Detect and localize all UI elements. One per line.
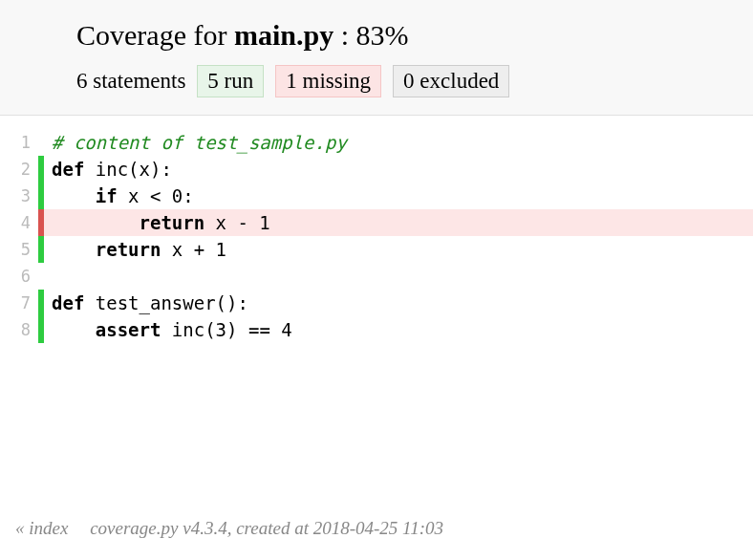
footer: « index coverage.py v4.3.4, created at 2… bbox=[15, 518, 443, 539]
source-text bbox=[44, 263, 753, 290]
footer-info: coverage.py v4.3.4, created at 2018-04-2… bbox=[90, 518, 443, 538]
code-line: 4 return x - 1 bbox=[0, 209, 753, 236]
source-text: return x - 1 bbox=[44, 209, 753, 236]
stats-row: 6 statements 5 run 1 missing 0 excluded bbox=[76, 65, 753, 97]
source-text: assert inc(3) == 4 bbox=[44, 316, 753, 343]
line-number: 6 bbox=[0, 263, 38, 290]
line-number: 1 bbox=[0, 129, 38, 156]
source-text: # content of test_sample.py bbox=[44, 129, 753, 156]
code-line: 8 assert inc(3) == 4 bbox=[0, 316, 753, 343]
filter-run-button[interactable]: 5 run bbox=[197, 65, 264, 97]
line-number: 7 bbox=[0, 290, 38, 316]
statements-count: 6 statements bbox=[76, 69, 185, 94]
title-prefix: Coverage for bbox=[76, 19, 234, 51]
line-number: 5 bbox=[0, 236, 38, 263]
code-line: 6 bbox=[0, 263, 753, 290]
code-line: 3 if x < 0: bbox=[0, 183, 753, 209]
filter-excluded-button[interactable]: 0 excluded bbox=[393, 65, 509, 97]
source-text: def test_answer(): bbox=[44, 290, 753, 316]
report-header: Coverage for main.py : 83% 6 statements … bbox=[0, 0, 753, 116]
code-line: 5 return x + 1 bbox=[0, 236, 753, 263]
source-code: 1# content of test_sample.py2def inc(x):… bbox=[0, 116, 753, 343]
code-line: 2def inc(x): bbox=[0, 156, 753, 183]
code-line: 1# content of test_sample.py bbox=[0, 129, 753, 156]
line-number: 4 bbox=[0, 209, 38, 236]
index-link[interactable]: « index bbox=[15, 518, 68, 538]
filename: main.py bbox=[234, 19, 333, 51]
title-sep: : bbox=[333, 19, 355, 51]
coverage-percent: 83% bbox=[355, 19, 408, 51]
source-text: if x < 0: bbox=[44, 183, 753, 209]
line-number: 2 bbox=[0, 156, 38, 183]
source-text: def inc(x): bbox=[44, 156, 753, 183]
page-title: Coverage for main.py : 83% bbox=[76, 19, 753, 52]
source-text: return x + 1 bbox=[44, 236, 753, 263]
filter-missing-button[interactable]: 1 missing bbox=[275, 65, 381, 97]
line-number: 3 bbox=[0, 183, 38, 209]
code-line: 7def test_answer(): bbox=[0, 290, 753, 316]
line-number: 8 bbox=[0, 316, 38, 343]
